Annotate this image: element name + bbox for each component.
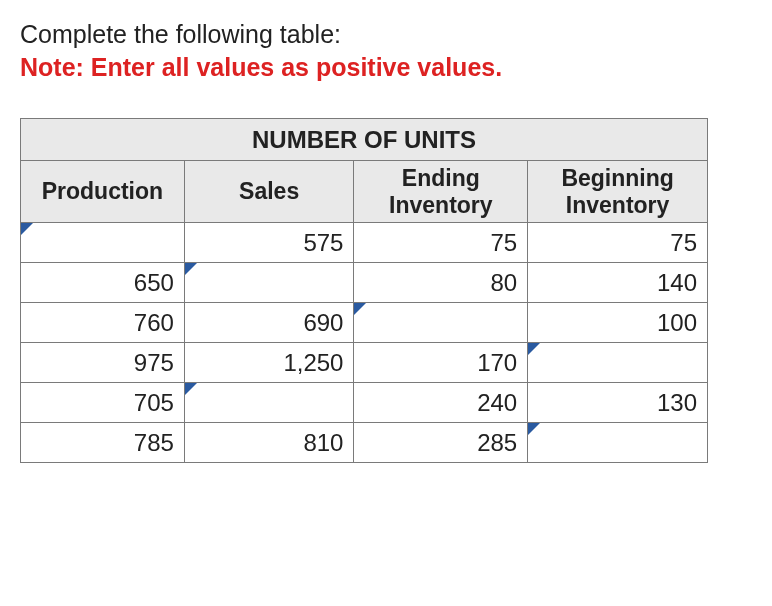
table-row: 65080140 xyxy=(21,263,708,303)
beginning-cell: 75 xyxy=(528,223,708,263)
col-header-sales: Sales xyxy=(184,161,354,223)
units-table: NUMBER OF UNITS Production Sales EndingI… xyxy=(20,118,708,463)
col-header-production: Production xyxy=(21,161,185,223)
sales-input[interactable] xyxy=(184,383,354,423)
production-cell: 975 xyxy=(21,343,185,383)
table-row: 5757575 xyxy=(21,223,708,263)
table-row: 705240130 xyxy=(21,383,708,423)
sales-cell: 810 xyxy=(184,423,354,463)
note-text: Note: Enter all values as positive value… xyxy=(20,53,752,82)
ending-cell: 170 xyxy=(354,343,528,383)
input-marker-icon xyxy=(185,263,197,275)
beginning-cell: 140 xyxy=(528,263,708,303)
input-marker-icon xyxy=(354,303,366,315)
input-marker-icon xyxy=(185,383,197,395)
ending-cell: 75 xyxy=(354,223,528,263)
col-header-beginning-inventory: BeginningInventory xyxy=(528,161,708,223)
production-cell: 760 xyxy=(21,303,185,343)
production-input[interactable] xyxy=(21,223,185,263)
sales-cell: 690 xyxy=(184,303,354,343)
table-row: 785810285 xyxy=(21,423,708,463)
beginning-input[interactable] xyxy=(528,423,708,463)
production-cell: 785 xyxy=(21,423,185,463)
table-body: 5757575650801407606901009751,25017070524… xyxy=(21,223,708,463)
table-row: 9751,250170 xyxy=(21,343,708,383)
ending-cell: 80 xyxy=(354,263,528,303)
production-cell: 705 xyxy=(21,383,185,423)
input-marker-icon xyxy=(528,423,540,435)
instruction-text: Complete the following table: xyxy=(20,20,752,49)
ending-input[interactable] xyxy=(354,303,528,343)
table-row: 760690100 xyxy=(21,303,708,343)
production-cell: 650 xyxy=(21,263,185,303)
ending-cell: 285 xyxy=(354,423,528,463)
input-marker-icon xyxy=(21,223,33,235)
sales-cell: 575 xyxy=(184,223,354,263)
col-header-ending-inventory: EndingInventory xyxy=(354,161,528,223)
beginning-cell: 130 xyxy=(528,383,708,423)
input-marker-icon xyxy=(528,343,540,355)
beginning-cell: 100 xyxy=(528,303,708,343)
table-top-header: NUMBER OF UNITS xyxy=(21,119,708,161)
sales-cell: 1,250 xyxy=(184,343,354,383)
ending-cell: 240 xyxy=(354,383,528,423)
sales-input[interactable] xyxy=(184,263,354,303)
beginning-input[interactable] xyxy=(528,343,708,383)
